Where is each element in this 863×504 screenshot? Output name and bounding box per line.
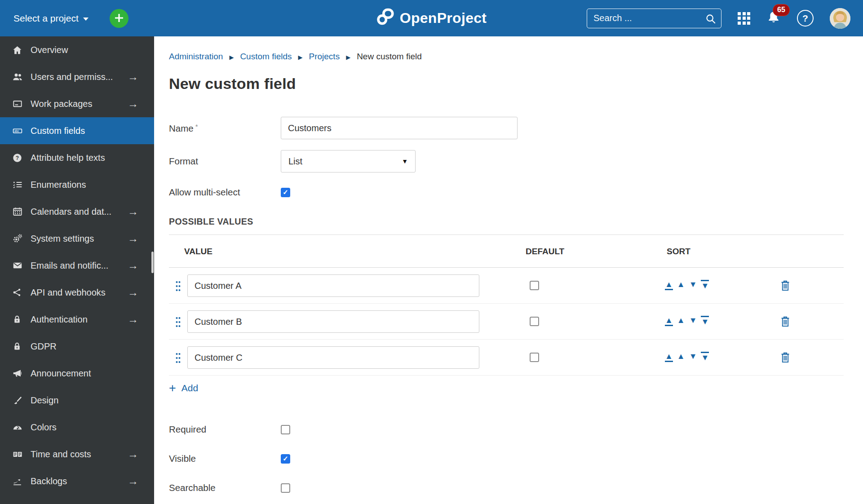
sidebar-item-system-settings[interactable]: System settings → <box>0 225 154 252</box>
sidebar-item-backlogs[interactable]: Backlogs → <box>0 468 154 495</box>
arrow-right-icon: → <box>128 71 138 83</box>
create-project-button[interactable] <box>110 9 128 28</box>
apps-grid-button[interactable] <box>738 12 750 25</box>
move-to-bottom-icon[interactable]: ▼ <box>701 280 709 290</box>
help-button[interactable]: ? <box>797 10 814 27</box>
app-window: Select a project OpenProject <box>0 0 863 504</box>
value-input[interactable] <box>187 310 479 333</box>
sidebar-item-api-and-webhooks[interactable]: API and webhooks → <box>0 279 154 306</box>
move-up-icon[interactable]: ▲ <box>677 280 685 290</box>
search-input[interactable] <box>587 13 721 23</box>
arrow-right-icon: → <box>128 205 138 218</box>
notifications-button[interactable]: 65 <box>766 10 781 26</box>
custom-field-form: Name* Format List ▼ Allow multi-select ✓… <box>169 117 844 493</box>
help-icon: ? <box>12 153 23 163</box>
arrow-right-icon: → <box>128 97 138 110</box>
sidebar-item-calendars-and-dat[interactable]: Calendars and dat... → <box>0 198 154 225</box>
possible-values-table: VALUE DEFAULT SORT ✓ ▲ ▲ ▼ ▼ ✓ ▲ <box>169 235 844 376</box>
move-down-icon[interactable]: ▼ <box>689 316 697 326</box>
default-checkbox[interactable]: ✓ <box>530 281 539 290</box>
share-icon <box>12 287 23 297</box>
drag-handle-icon[interactable] <box>175 352 181 366</box>
megaphone-icon <box>12 368 23 379</box>
openproject-logo-icon <box>376 8 394 29</box>
delete-icon[interactable] <box>780 315 791 330</box>
move-to-bottom-icon[interactable]: ▼ <box>701 352 709 362</box>
openproject-logo[interactable]: OpenProject <box>376 8 487 29</box>
sidebar-item-work-packages[interactable]: Work packages → <box>0 90 154 117</box>
move-to-top-icon[interactable]: ▲ <box>665 316 673 326</box>
move-to-top-icon[interactable]: ▲ <box>665 280 673 290</box>
visible-label: Visible <box>169 453 281 464</box>
multi-select-checkbox[interactable]: ✓ <box>281 188 290 197</box>
sidebar-item-announcement[interactable]: Announcement → <box>0 360 154 387</box>
breadcrumb-item-new-custom-field: New custom field <box>357 52 422 62</box>
sidebar-item-overview[interactable]: Overview → <box>0 36 154 63</box>
move-to-bottom-icon[interactable]: ▼ <box>701 316 709 326</box>
move-up-icon[interactable]: ▲ <box>677 352 685 362</box>
breadcrumb-item-projects[interactable]: Projects <box>309 52 340 62</box>
breadcrumb-item-custom-fields[interactable]: Custom fields <box>240 52 292 62</box>
sidebar-item-gdpr[interactable]: GDPR → <box>0 333 154 360</box>
search-icon[interactable] <box>705 13 717 27</box>
required-checkbox[interactable]: ✓ <box>281 425 290 434</box>
arrow-right-icon: → <box>128 286 138 299</box>
sidebar-item-authentication[interactable]: Authentication → <box>0 306 154 333</box>
plus-icon: + <box>169 383 176 393</box>
breadcrumb-item-administration[interactable]: Administration <box>169 52 223 62</box>
breadcrumb-separator-icon: ▶ <box>229 54 234 61</box>
gears-icon <box>12 233 23 244</box>
format-selected-value: List <box>288 156 302 167</box>
table-header-row: VALUE DEFAULT SORT <box>169 235 844 268</box>
sidebar-item-enumerations[interactable]: Enumerations → <box>0 171 154 198</box>
user-avatar[interactable] <box>830 8 850 29</box>
sidebar-item-colors[interactable]: Colors → <box>0 414 154 441</box>
sidebar-item-users-and-permiss[interactable]: Users and permiss... → <box>0 63 154 90</box>
format-select[interactable]: List ▼ <box>281 150 416 172</box>
enum-icon <box>12 179 23 190</box>
searchable-checkbox[interactable]: ✓ <box>281 483 290 493</box>
arrow-right-icon: → <box>128 448 138 460</box>
column-header-sort: SORT <box>667 247 690 256</box>
move-down-icon[interactable]: ▼ <box>689 352 697 362</box>
sidebar-item-attribute-help-texts[interactable]: ? Attribute help texts → <box>0 144 154 171</box>
gauge-icon <box>12 422 23 433</box>
breadcrumb-separator-icon: ▶ <box>298 54 303 61</box>
move-down-icon[interactable]: ▼ <box>689 280 697 290</box>
default-checkbox[interactable]: ✓ <box>530 317 539 326</box>
users-icon <box>12 71 23 82</box>
default-checkbox[interactable]: ✓ <box>530 353 539 362</box>
add-value-button[interactable]: + Add <box>169 383 198 393</box>
drag-handle-icon[interactable] <box>175 316 181 330</box>
main-content: Administration▶Custom fields▶Projects▶Ne… <box>154 36 863 504</box>
sidebar-item-custom-fields[interactable]: abc Custom fields → <box>0 117 154 144</box>
value-row: ✓ ▲ ▲ ▼ ▼ <box>169 304 844 340</box>
move-up-icon[interactable]: ▲ <box>677 316 685 326</box>
required-marker: * <box>195 123 198 130</box>
select-project-button[interactable]: Select a project <box>13 13 89 24</box>
drag-handle-icon[interactable] <box>175 280 181 294</box>
value-input[interactable] <box>187 274 479 297</box>
question-mark-icon: ? <box>802 13 808 24</box>
delete-icon[interactable] <box>780 351 791 366</box>
move-to-top-icon[interactable]: ▲ <box>665 352 673 362</box>
top-header: Select a project OpenProject <box>0 0 863 36</box>
format-label: Format <box>169 156 281 167</box>
required-label: Required <box>169 424 281 435</box>
sidebar-item-time-and-costs[interactable]: Time and costs → <box>0 441 154 468</box>
column-header-value: VALUE <box>184 247 212 256</box>
arrow-right-icon: → <box>128 475 138 487</box>
value-input[interactable] <box>187 346 479 369</box>
sidebar-item-design[interactable]: Design → <box>0 387 154 414</box>
delete-icon[interactable] <box>780 279 791 294</box>
visible-checkbox[interactable]: ✓ <box>281 454 290 464</box>
avatar-image <box>830 8 850 29</box>
sidebar-item-emails-and-notific[interactable]: Emails and notific... → <box>0 252 154 279</box>
add-value-label: Add <box>181 383 198 393</box>
envelope-icon <box>12 260 23 271</box>
page-title: New custom field <box>169 75 844 93</box>
sidebar-scrollbar[interactable] <box>151 252 154 273</box>
arrow-right-icon: → <box>128 313 138 326</box>
breadcrumb: Administration▶Custom fields▶Projects▶Ne… <box>169 52 844 62</box>
name-input[interactable] <box>281 117 518 139</box>
